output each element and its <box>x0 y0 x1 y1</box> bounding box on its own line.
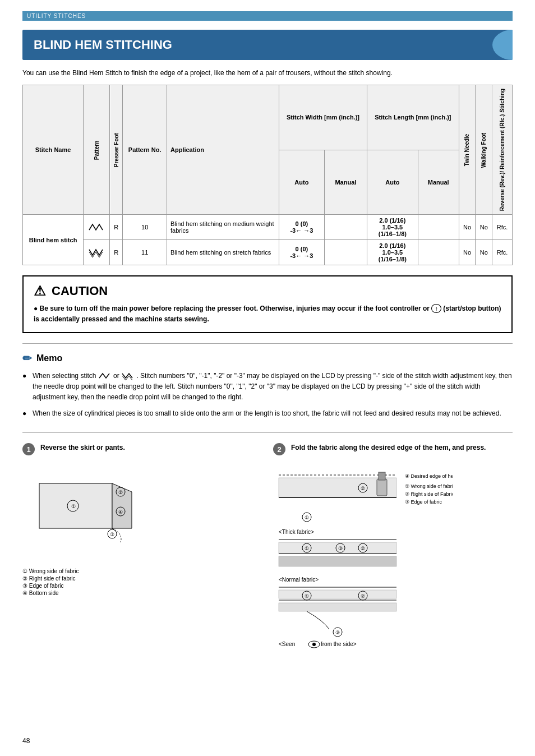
pattern-symbol-2 <box>84 240 110 265</box>
twin-needle-1: No <box>459 215 476 240</box>
svg-text:①: ① <box>71 504 76 509</box>
col-width-manual: Manual <box>324 150 367 215</box>
col-length-auto: Auto <box>367 150 418 215</box>
step-1-diagram: ① ② ④ ③ <box>22 461 262 564</box>
width-manual-2 <box>324 240 367 265</box>
svg-text:①: ① <box>305 593 309 599</box>
walking-foot-2: No <box>476 240 492 265</box>
svg-text:<Normal fabric>: <Normal fabric> <box>279 577 319 583</box>
svg-rect-13 <box>377 479 387 496</box>
table-row: R 11 Blind hem stitching on stretch fabr… <box>23 240 513 265</box>
svg-text:① Wrong side of fabric: ① Wrong side of fabric <box>405 483 453 489</box>
col-length-manual: Manual <box>418 150 459 215</box>
steps-container: 1 Reverse the skirt or pants. ① ② <box>22 443 513 658</box>
col-stitch-length: Stitch Length [mm (inch.)] <box>367 85 459 150</box>
step-2-diagram: ② ④ Desired edge of hem ① ① Wrong side o… <box>273 461 513 653</box>
step-1: 1 Reverse the skirt or pants. ① ② <box>22 443 262 658</box>
col-stitch-name: Stitch Name <box>23 85 84 215</box>
memo-box: ✏ Memo When selecting stitch or . Stitch… <box>22 343 513 434</box>
width-auto-1: 0 (0)-3← →3 <box>279 215 325 240</box>
pattern-no-1: 10 <box>123 215 167 240</box>
step-1-legend: ① Wrong side of fabric ② Right side of f… <box>22 568 262 596</box>
application-2: Blind hem stitching on stretch fabrics <box>167 240 279 265</box>
section-header: BLIND HEM STITCHING <box>22 30 513 60</box>
svg-text:②: ② <box>361 593 365 599</box>
twin-needle-2: No <box>459 240 476 265</box>
svg-text:from the side>: from the side> <box>321 641 357 647</box>
reverse-2: Rfc. <box>492 240 513 265</box>
pattern-symbol-1 <box>84 215 110 240</box>
svg-text:②: ② <box>361 546 365 551</box>
pattern-no-2: 11 <box>123 240 167 265</box>
col-pattern-no: Pattern No. <box>123 85 167 215</box>
caution-triangle-icon: ⚠ <box>34 283 46 299</box>
page-number: 48 <box>22 737 30 745</box>
svg-text:②: ② <box>118 490 123 495</box>
legend-item: ④ Bottom side <box>22 590 262 596</box>
walking-foot-1: No <box>476 215 492 240</box>
legend-item: ③ Edge of fabric <box>22 583 262 589</box>
svg-text:③ Edge of fabric: ③ Edge of fabric <box>405 499 442 505</box>
memo-icon: ✏ <box>22 352 32 365</box>
step-2-title: Fold the fabric along the desired edge o… <box>291 443 486 453</box>
presser-foot-2: R <box>110 240 123 265</box>
svg-rect-0 <box>39 483 112 528</box>
caution-text: ● Be sure to turn off the main power bef… <box>34 303 501 325</box>
length-auto-1: 2.0 (1/16)1.0–3.5(1/16–1/8) <box>367 215 418 240</box>
application-1: Blind hem stitching on medium weight fab… <box>167 215 279 240</box>
section-label: UTILITY STITCHES <box>27 13 86 19</box>
intro-text: You can use the Blind Hem Stitch to fini… <box>22 68 513 78</box>
step-1-header: 1 Reverse the skirt or pants. <box>22 443 262 455</box>
svg-point-47 <box>312 643 316 646</box>
svg-text:④ Desired edge of hem: ④ Desired edge of hem <box>405 473 453 479</box>
step-2: 2 Fold the fabric along the desired edge… <box>273 443 513 658</box>
svg-rect-38 <box>279 603 396 611</box>
svg-rect-14 <box>379 472 385 480</box>
svg-text:<Seen: <Seen <box>279 641 295 647</box>
length-manual-2 <box>418 240 459 265</box>
caution-title: ⚠ CAUTION <box>34 283 501 299</box>
col-twin-needle: Twin Needle <box>459 85 476 215</box>
presser-foot-1: R <box>110 215 123 240</box>
memo-title: ✏ Memo <box>22 352 513 365</box>
svg-rect-25 <box>279 542 396 554</box>
svg-text:③: ③ <box>110 532 114 537</box>
table-row: Blind hem stitch R 10 Blind hem stitchin… <box>23 215 513 240</box>
length-manual-1 <box>418 215 459 240</box>
page-title: BLIND HEM STITCHING <box>34 38 172 52</box>
length-auto-2: 2.0 (1/16)1.0–3.5(1/16–1/8) <box>367 240 418 265</box>
step-1-number: 1 <box>22 443 35 455</box>
svg-text:④: ④ <box>118 509 123 515</box>
legend-item: ② Right side of fabric <box>22 575 262 582</box>
width-manual-1 <box>324 215 367 240</box>
col-application: Application <box>167 85 279 215</box>
svg-text:②: ② <box>361 486 365 491</box>
caution-box: ⚠ CAUTION ● Be sure to turn off the main… <box>22 275 513 333</box>
col-width-auto: Auto <box>279 150 325 215</box>
col-reverse: Reverse (Rev.)/ Reinforcement (Rfc.) Sti… <box>492 85 513 215</box>
col-presser-foot: Presser Foot <box>110 85 123 215</box>
svg-text:①: ① <box>305 515 309 520</box>
svg-rect-27 <box>279 556 396 566</box>
col-walking-foot: Walking Foot <box>476 85 492 215</box>
svg-text:② Right side of Fabric: ② Right side of Fabric <box>405 491 453 497</box>
col-stitch-width: Stitch Width [mm (inch.)] <box>279 85 367 150</box>
step-2-header: 2 Fold the fabric along the desired edge… <box>273 443 513 455</box>
stitch-table: Stitch Name Pattern Presser Foot Pattern… <box>22 85 513 265</box>
utility-bar: UTILITY STITCHES <box>22 11 513 21</box>
step-2-number: 2 <box>273 443 285 455</box>
page: UTILITY STITCHES BLIND HEM STITCHING You… <box>0 0 535 756</box>
step-1-title: Reverse the skirt or pants. <box>40 443 125 453</box>
width-auto-2: 0 (0)-3← →3 <box>279 240 325 265</box>
reverse-1: Rfc. <box>492 215 513 240</box>
stitch-name-cell: Blind hem stitch <box>23 215 84 265</box>
legend-item: ① Wrong side of fabric <box>22 568 262 574</box>
svg-text:③: ③ <box>335 630 340 635</box>
svg-rect-36 <box>279 590 396 598</box>
memo-item-1: When selecting stitch or . Stitch number… <box>22 371 513 403</box>
col-pattern: Pattern <box>84 85 110 215</box>
svg-text:③: ③ <box>338 546 343 551</box>
memo-item-2: When the size of cylindrical pieces is t… <box>22 408 513 419</box>
svg-text:<Thick fabric>: <Thick fabric> <box>279 529 314 535</box>
svg-text:①: ① <box>305 546 309 551</box>
